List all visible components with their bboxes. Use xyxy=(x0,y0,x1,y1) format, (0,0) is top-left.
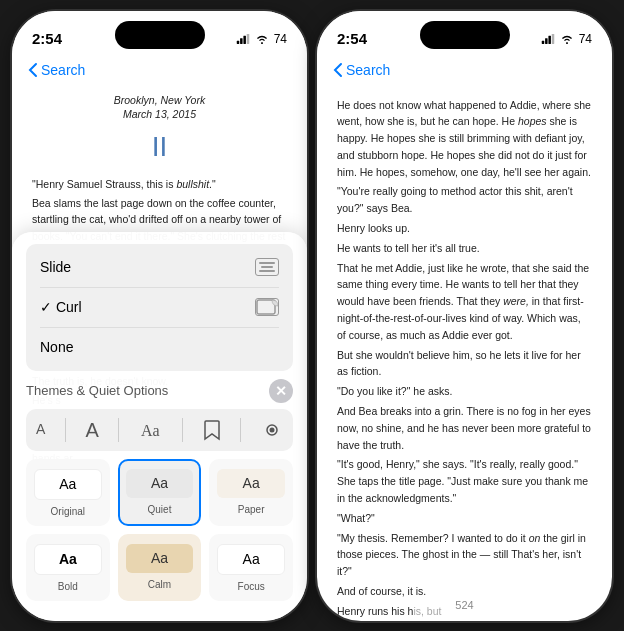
dynamic-island-right xyxy=(420,21,510,49)
book-content-right: He does not know what happened to Addie,… xyxy=(317,85,612,621)
wifi-icon xyxy=(255,34,269,44)
theme-focus-label: Focus xyxy=(217,579,285,594)
svg-rect-2 xyxy=(243,35,246,43)
none-option[interactable]: None xyxy=(26,328,293,367)
page-number: 524 xyxy=(455,599,473,611)
signal-icon xyxy=(236,34,250,44)
font-style-icon[interactable]: Aa xyxy=(139,420,163,440)
curl-option[interactable]: ✓ Curl xyxy=(26,288,293,327)
svg-rect-9 xyxy=(545,38,548,44)
theme-bold-label: Bold xyxy=(34,579,102,594)
theme-paper[interactable]: Aa Paper xyxy=(209,459,293,526)
svg-rect-8 xyxy=(541,40,544,43)
svg-rect-1 xyxy=(240,38,243,44)
theme-focus-preview: Aa xyxy=(217,544,285,575)
theme-quiet-label: Quiet xyxy=(126,502,194,517)
wifi-icon-right xyxy=(560,34,574,44)
chapter-number: II xyxy=(32,126,287,168)
nav-bar-right[interactable]: Search xyxy=(317,55,612,85)
back-label-left: Search xyxy=(41,62,85,78)
book-location: Brooklyn, New York March 13, 2015 xyxy=(32,93,287,122)
theme-paper-preview: Aa xyxy=(217,469,285,498)
signal-icon-right xyxy=(541,34,555,44)
slide-menu: Slide ✓ Curl xyxy=(26,244,293,371)
theme-grid: Aa Original Aa Quiet Aa Paper Aa Bold xyxy=(26,459,293,601)
overlay-panel: Slide ✓ Curl xyxy=(12,232,307,621)
status-icons-left: 74 xyxy=(236,32,287,46)
back-chevron-right xyxy=(333,62,343,78)
theme-paper-label: Paper xyxy=(217,502,285,517)
slide-icon xyxy=(255,258,279,276)
status-time-left: 2:54 xyxy=(32,30,62,47)
font-divider-3 xyxy=(182,418,183,442)
back-button-left[interactable]: Search xyxy=(28,62,85,78)
theme-bold[interactable]: Aa Bold xyxy=(26,534,110,601)
svg-point-7 xyxy=(269,427,274,432)
curl-icon xyxy=(255,298,279,316)
curl-svg xyxy=(256,299,278,315)
back-label-right: Search xyxy=(346,62,390,78)
theme-original-label: Original xyxy=(34,504,102,519)
svg-rect-10 xyxy=(548,35,551,43)
book-header: Brooklyn, New York March 13, 2015 II xyxy=(32,93,287,168)
theme-original-preview: Aa xyxy=(34,469,102,500)
phones-container: 2:54 74 Sea xyxy=(2,1,622,631)
svg-rect-0 xyxy=(236,40,239,43)
themes-title: Themes & Quiet Options xyxy=(26,381,168,401)
theme-bold-preview: Aa xyxy=(34,544,102,575)
theme-quiet-preview: Aa xyxy=(126,469,194,498)
font-controls: A A Aa xyxy=(26,409,293,451)
nav-bar-left[interactable]: Search xyxy=(12,55,307,85)
left-phone: 2:54 74 Sea xyxy=(12,11,307,621)
theme-calm[interactable]: Aa Calm xyxy=(118,534,202,601)
close-button[interactable]: ✕ xyxy=(269,379,293,403)
dynamic-island xyxy=(115,21,205,49)
battery-left: 74 xyxy=(274,32,287,46)
status-icons-right: 74 xyxy=(541,32,592,46)
right-phone: 2:54 74 Sea xyxy=(317,11,612,621)
font-large-button[interactable]: A xyxy=(85,415,98,445)
brightness-icon[interactable] xyxy=(261,421,283,439)
svg-rect-11 xyxy=(551,34,554,44)
font-divider-1 xyxy=(65,418,66,442)
theme-calm-preview: Aa xyxy=(126,544,194,573)
font-divider-2 xyxy=(118,418,119,442)
theme-focus[interactable]: Aa Focus xyxy=(209,534,293,601)
svg-rect-3 xyxy=(246,34,249,44)
back-button-right[interactable]: Search xyxy=(333,62,390,78)
back-chevron-left xyxy=(28,62,38,78)
theme-calm-label: Calm xyxy=(126,577,194,592)
font-small-button[interactable]: A xyxy=(36,419,45,440)
bookmark-icon[interactable] xyxy=(203,419,221,441)
slide-option[interactable]: Slide xyxy=(26,248,293,287)
themes-header: Themes & Quiet Options ✕ xyxy=(26,379,293,403)
theme-quiet[interactable]: Aa Quiet xyxy=(118,459,202,526)
theme-original[interactable]: Aa Original xyxy=(26,459,110,526)
book-content-left: Brooklyn, New York March 13, 2015 II "He… xyxy=(12,85,307,621)
font-divider-4 xyxy=(240,418,241,442)
status-time-right: 2:54 xyxy=(337,30,367,47)
svg-text:Aa: Aa xyxy=(141,422,160,439)
battery-right: 74 xyxy=(579,32,592,46)
